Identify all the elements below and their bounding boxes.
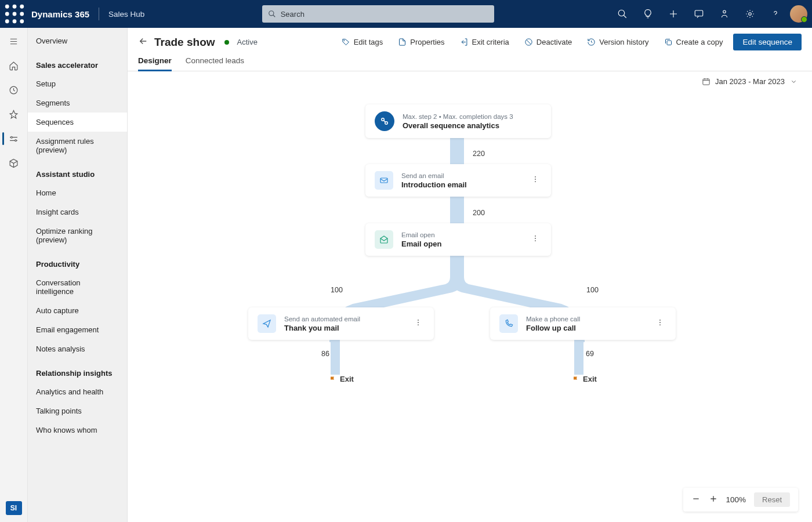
nav-item-analytics-health[interactable]: Analytics and health: [28, 382, 127, 401]
card-send-email[interactable]: Send an email Introduction email: [365, 164, 551, 197]
zoom-in-button[interactable]: [709, 494, 718, 506]
app-launcher-button[interactable]: [5, 4, 24, 24]
header-assistant-button[interactable]: [713, 3, 735, 25]
card-thank-you-mail[interactable]: Send an automated email Thank you mail: [248, 307, 434, 340]
search-placeholder: Search: [281, 10, 304, 19]
cmd-edit-tags[interactable]: Edit tags: [337, 34, 388, 50]
card-meta: Send an automated email: [284, 315, 360, 324]
card-overall-analytics[interactable]: Max. step 2 • Max. completion days 3 Ove…: [365, 104, 551, 138]
svg-point-7: [13, 19, 17, 23]
rail-menu-button[interactable]: [2, 31, 26, 51]
card-more-button[interactable]: [412, 316, 425, 331]
header-ideas-button[interactable]: [637, 3, 659, 25]
nav-item-notes-analysis[interactable]: Notes analysis: [28, 339, 127, 358]
tab-designer[interactable]: Designer: [138, 56, 172, 71]
back-button[interactable]: [138, 36, 148, 49]
nav-item-assignment-rules[interactable]: Assignment rules (preview): [28, 132, 127, 160]
cmd-deactivate[interactable]: Deactivate: [520, 34, 577, 50]
left-nav: Overview Sales accelerator Setup Segment…: [28, 28, 128, 522]
card-email-open[interactable]: Email open Email open: [365, 223, 551, 256]
header-add-button[interactable]: [662, 3, 684, 25]
nav-item-segments[interactable]: Segments: [28, 93, 127, 113]
nav-header-relationship-insights: Relationship insights: [28, 358, 127, 382]
svg-point-33: [535, 238, 536, 239]
svg-point-9: [269, 11, 273, 16]
card-more-button[interactable]: [529, 173, 542, 188]
search-icon: [268, 10, 276, 18]
cmd-create-copy[interactable]: Create a copy: [659, 34, 728, 50]
sequence-canvas[interactable]: Max. step 2 • Max. completion days 3 Ove…: [128, 92, 812, 522]
header-settings-button[interactable]: [739, 3, 761, 25]
nav-item-optimize-ranking[interactable]: Optimize ranking (preview): [28, 222, 127, 249]
edit-sequence-button[interactable]: Edit sequence: [733, 34, 802, 50]
rail-area-switcher[interactable]: SI: [6, 501, 22, 515]
cmd-version-history[interactable]: Version history: [582, 34, 653, 50]
nav-item-setup[interactable]: Setup: [28, 74, 127, 93]
zoom-reset-button[interactable]: Reset: [754, 492, 790, 507]
more-vertical-icon: [414, 318, 422, 327]
send-icon: [258, 314, 276, 333]
zoom-toolbar: 100% Reset: [683, 488, 799, 512]
cmd-properties[interactable]: Properties: [393, 34, 449, 50]
branch-right-count: 100: [586, 286, 599, 294]
svg-point-29: [535, 176, 536, 177]
rail-recent-button[interactable]: [2, 80, 26, 100]
date-range-picker[interactable]: Jan 2023 - Mar 2023: [702, 77, 798, 86]
nav-item-auto-capture[interactable]: Auto capture: [28, 301, 127, 320]
more-vertical-icon: [531, 234, 539, 242]
nav-item-conversation-intelligence[interactable]: Conversation intelligence: [28, 273, 127, 301]
svg-point-1: [13, 5, 17, 9]
svg-point-13: [749, 13, 752, 16]
svg-point-5: [20, 12, 24, 16]
svg-point-31: [535, 181, 536, 182]
cmd-exit-criteria[interactable]: Exit criteria: [455, 34, 514, 50]
email-open-icon: [375, 230, 393, 249]
svg-rect-11: [695, 10, 703, 16]
icon-rail: SI: [0, 28, 28, 522]
nav-item-insight-cards[interactable]: Insight cards: [28, 202, 127, 222]
nav-item-who-knows-whom[interactable]: Who knows whom: [28, 420, 127, 440]
card-meta: Email open: [401, 231, 441, 240]
svg-point-8: [20, 19, 24, 23]
chevron-down-icon: [789, 77, 798, 86]
nav-item-overview[interactable]: Overview: [28, 31, 127, 50]
exit-left-count: 86: [321, 350, 329, 358]
svg-rect-23: [450, 254, 464, 271]
copy-icon: [664, 38, 673, 46]
card-title: Follow up call: [526, 324, 580, 332]
svg-point-34: [535, 240, 536, 241]
exit-label: Exit: [583, 375, 597, 383]
card-follow-up-call[interactable]: Make a phone call Follow up call: [490, 307, 676, 340]
nav-item-sequences[interactable]: Sequences: [28, 113, 127, 132]
user-avatar[interactable]: [790, 5, 807, 23]
svg-rect-24: [331, 342, 340, 375]
more-vertical-icon: [656, 318, 664, 327]
card-more-button[interactable]: [654, 316, 666, 331]
main-content: Trade show Active Edit tags Properties E…: [128, 28, 812, 522]
rail-settings-button[interactable]: [2, 129, 26, 148]
global-search-input[interactable]: Search: [262, 5, 494, 23]
rail-home-button[interactable]: [2, 56, 26, 75]
nav-item-email-engagement[interactable]: Email engagement: [28, 320, 127, 339]
header-search-button[interactable]: [611, 3, 633, 25]
tab-strip: Designer Connected leads: [128, 50, 812, 71]
nav-header-productivity: Productivity: [28, 249, 127, 273]
tab-connected-leads[interactable]: Connected leads: [186, 56, 244, 71]
nav-item-talking-points[interactable]: Talking points: [28, 401, 127, 420]
header-help-button[interactable]: [764, 3, 786, 25]
search-icon: [617, 9, 628, 19]
card-more-button[interactable]: [529, 232, 542, 247]
plus-icon: [709, 494, 718, 503]
rail-package-button[interactable]: [2, 153, 26, 173]
nav-item-home[interactable]: Home: [28, 183, 127, 202]
exit-label: Exit: [340, 375, 354, 383]
person-ribbon-icon: [719, 9, 730, 19]
rail-pinned-button[interactable]: [2, 104, 26, 124]
svg-point-10: [618, 10, 625, 16]
tag-icon: [342, 38, 350, 46]
svg-point-12: [723, 10, 726, 13]
card-title: Thank you mail: [284, 324, 360, 332]
zoom-out-button[interactable]: [691, 494, 701, 506]
svg-point-6: [5, 19, 9, 23]
header-chat-button[interactable]: [688, 3, 710, 25]
